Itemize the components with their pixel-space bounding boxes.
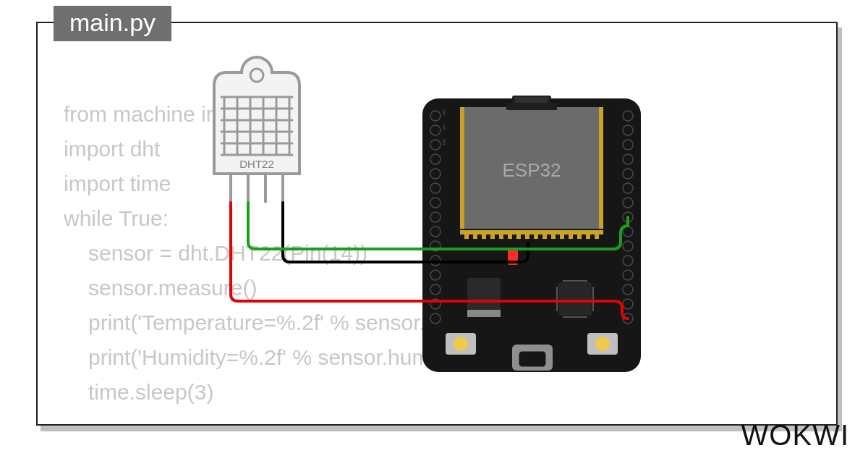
code-line: time.sleep(3) [88, 380, 213, 404]
code-line: print('Temperature=%.2f' % sensor.temper… [88, 311, 564, 334]
code-line: sensor.measure() [88, 276, 257, 300]
code-line: while True: [64, 206, 169, 230]
code-line: from machine import Pin [64, 102, 299, 126]
filename-tab[interactable]: main.py [54, 6, 171, 41]
code-line: import time [64, 172, 171, 195]
brand-logo: WOKWI [741, 419, 849, 452]
code-line: print('Humidity=%.2f' % sensor.humidity(… [88, 345, 490, 369]
code-block: from machine import Pin import dht impor… [64, 62, 564, 410]
code-line: import dht [64, 137, 160, 161]
code-line: sensor = dht.DHT22(Pin(14)) [88, 241, 367, 265]
